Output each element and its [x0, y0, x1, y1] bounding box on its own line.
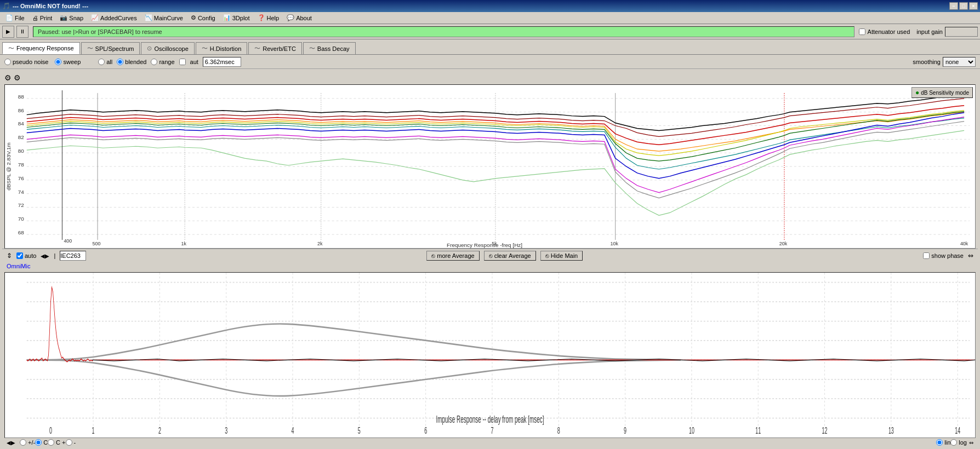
svg-text:82: 82 [18, 134, 25, 140]
svg-text:14: 14 [955, 425, 960, 435]
chart-icon-1: ⚙ [4, 73, 12, 82]
svg-text:10k: 10k [611, 241, 619, 246]
svg-text:Frequency Response -freq [Hz]: Frequency Response -freq [Hz] [447, 242, 522, 248]
clear-average-button[interactable]: ⎋ clear Average [484, 251, 536, 261]
smoothing-select[interactable]: none 1/3 1/6 [943, 57, 976, 67]
tab-oscilloscope[interactable]: ⊙ Oscilloscope [141, 42, 194, 54]
radio-pseudo-noise[interactable]: pseudo noise [4, 59, 48, 65]
minimize-button[interactable]: − [949, 2, 958, 10]
freq-response-icon: 〜 [8, 44, 14, 53]
tab-hdistortion[interactable]: 〜 H.Distortion [196, 42, 247, 54]
attenuator-checkbox[interactable] [859, 28, 865, 35]
hdist-icon: 〜 [202, 44, 208, 53]
about-icon: 💬 [287, 14, 294, 21]
reverb-icon: 〜 [254, 44, 260, 53]
radio-sweep[interactable]: sweep [55, 59, 81, 65]
svg-text:74: 74 [18, 189, 25, 195]
svg-text:5: 5 [358, 425, 361, 435]
radio-c[interactable]: C [35, 439, 48, 446]
svg-text:9: 9 [624, 425, 626, 435]
input-gain-box [945, 27, 978, 37]
close-button[interactable]: × [969, 2, 978, 10]
title-bar: 🎵 --- OmniMic NOT found! --- − □ × [0, 0, 980, 12]
svg-text:70: 70 [18, 216, 25, 222]
auto-checkbox[interactable] [16, 252, 23, 259]
menu-config[interactable]: ⚙ Config [187, 13, 219, 22]
toolbar-btn-1[interactable]: ▶ [2, 26, 14, 38]
impulse-chart-section: 0 1 2 3 4 5 6 7 8 9 10 11 12 13 14 Impul… [2, 272, 978, 447]
svg-text:84: 84 [18, 121, 25, 127]
menu-about[interactable]: 💬 About [283, 13, 315, 22]
svg-text:10: 10 [689, 425, 694, 435]
oscilloscope-icon: ⊙ [147, 45, 152, 52]
svg-text:40k: 40k [960, 241, 968, 246]
expand-icon[interactable]: ⇔ [968, 252, 973, 260]
svg-rect-41 [5, 273, 975, 438]
db-sensitivity-button[interactable]: ● dB Sensitivity mode [911, 87, 973, 98]
snap-icon: 📷 [60, 14, 67, 21]
omnimic-area: OmniMic [2, 262, 978, 270]
menu-addedcurves[interactable]: 📈 AddedCurves [88, 13, 140, 22]
menu-help[interactable]: ❓ Help [254, 13, 283, 22]
tab-reverb-etc[interactable]: 〜 Reverb/ETC [248, 42, 302, 54]
radio-plus-minus[interactable]: +/- [20, 439, 35, 446]
menu-maincurve[interactable]: 📉 MainCurve [141, 13, 186, 22]
frequency-chart-svg: 88 86 84 82 80 78 76 74 72 70 68 dBSPL @… [5, 85, 975, 248]
avg-icon: ⎋ [431, 252, 435, 259]
radio-blended[interactable]: blended [117, 59, 146, 65]
menu-3dplot[interactable]: 📊 3Dplot [220, 13, 253, 22]
hide-main-button[interactable]: ⎋ Hide Main [540, 251, 583, 261]
attenuator-area: Attenuator used input gain [859, 27, 978, 37]
impulse-axis-bar: ◀ ▶ +/- C C + - lin [2, 438, 978, 447]
hide-icon: ⎋ [545, 252, 549, 259]
radio-lin[interactable]: lin [936, 439, 950, 446]
bass-decay-icon: 〜 [309, 44, 315, 53]
status-bar: Paused: use |>Run or [SPACEBAR] to resum… [33, 26, 854, 37]
more-average-button[interactable]: ⎋ more Average [426, 251, 479, 261]
menu-bar: 📄 File 🖨 Print 📷 Snap 📈 AddedCurves 📉 Ma… [0, 12, 980, 24]
tab-bar: 〜 Frequency Response 〜 SPL/Spectrum ⊙ Os… [0, 39, 980, 55]
svg-text:12: 12 [822, 425, 828, 435]
svg-text:4: 4 [292, 425, 294, 435]
svg-text:1: 1 [92, 425, 95, 435]
svg-text:11: 11 [755, 425, 761, 435]
svg-text:Impulse Response -- delay from: Impulse Response -- delay from peak [mse… [436, 414, 544, 425]
radio-all[interactable]: all [98, 59, 112, 65]
show-phase-checkbox[interactable] [923, 252, 930, 259]
arrow-right-icon[interactable]: ▶ [11, 440, 15, 446]
arrow-icon-left[interactable]: ⇕ [7, 252, 12, 260]
radio-plus[interactable]: C + [48, 439, 65, 446]
arrow-left-icon[interactable]: ◀ [7, 440, 11, 446]
chart-control-bar: ⇕ auto ◀▶ | ⎋ more Average ⎋ clear Avera… [2, 249, 978, 262]
show-phase-area[interactable]: show phase [923, 252, 964, 259]
svg-text:88: 88 [18, 94, 25, 100]
time-input[interactable] [203, 57, 241, 67]
radio-log[interactable]: log [950, 439, 967, 446]
radio-minus[interactable]: - [66, 439, 76, 446]
title-text: --- OmniMic NOT found! --- [10, 3, 949, 9]
tab-frequency-response[interactable]: 〜 Frequency Response [2, 42, 80, 54]
svg-text:2: 2 [158, 425, 161, 435]
menu-snap[interactable]: 📷 Snap [56, 13, 87, 22]
maximize-button[interactable]: □ [959, 2, 968, 10]
menu-file[interactable]: 📄 File [2, 13, 28, 22]
freq-value-input[interactable] [60, 251, 86, 261]
3dplot-icon: 📊 [223, 14, 231, 21]
svg-text:8: 8 [557, 425, 560, 435]
auto-label[interactable]: auto [16, 252, 36, 259]
aut-checkbox[interactable] [179, 59, 186, 65]
clear-icon: ⎋ [489, 252, 493, 259]
config-icon: ⚙ [191, 14, 196, 21]
svg-text:86: 86 [18, 107, 25, 113]
menu-print[interactable]: 🖨 Print [29, 14, 56, 22]
expand-icon-right[interactable]: ⇔ [969, 440, 973, 446]
svg-text:76: 76 [18, 175, 25, 181]
svg-text:1k: 1k [181, 241, 186, 246]
smoothing-area: smoothing none 1/3 1/6 [913, 57, 976, 67]
tab-bass-decay[interactable]: 〜 Bass Decay [303, 42, 356, 54]
tab-spl-spectrum[interactable]: 〜 SPL/Spectrum [81, 42, 140, 54]
help-icon: ❓ [258, 14, 265, 21]
radio-range[interactable]: range [151, 59, 174, 65]
addedcurves-icon: 📈 [91, 14, 99, 21]
toolbar-btn-2[interactable]: ⏸ [16, 26, 29, 38]
